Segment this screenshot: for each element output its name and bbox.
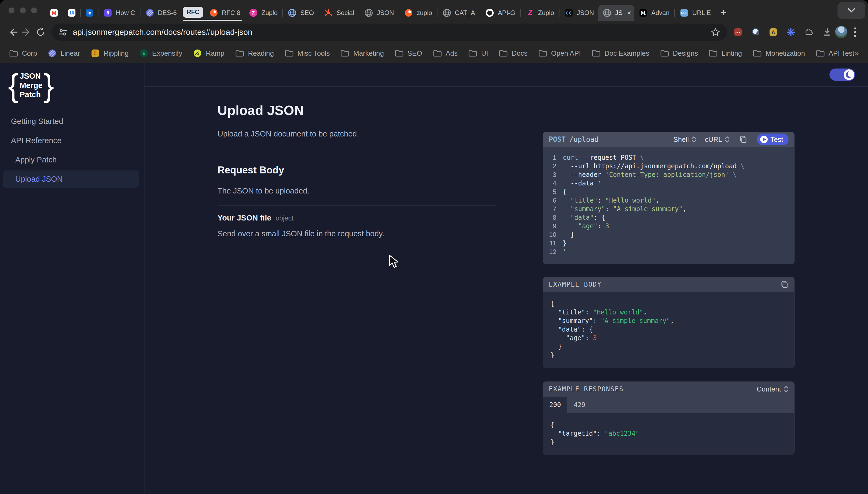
browser-tab[interactable]: Social [320, 5, 358, 21]
browser-tab[interactable]: RFC 8 [205, 5, 245, 21]
browser-tab[interactable]: API-G [481, 5, 519, 21]
tab-group-label[interactable]: RFC [183, 7, 204, 18]
bookmark-item[interactable]: EExpensify [139, 49, 182, 58]
window-controls[interactable] [5, 0, 46, 21]
bookmark-item[interactable]: Docs [499, 49, 527, 58]
tab-label: How C [116, 9, 135, 17]
reload-button[interactable] [34, 25, 47, 39]
tab-label: JSON [577, 9, 594, 17]
response-code-block[interactable]: { "targetId": "abc1234"} [543, 413, 794, 455]
back-button[interactable] [6, 25, 20, 39]
bookmark-label: Open API [551, 49, 581, 58]
site-settings-icon[interactable] [58, 27, 67, 37]
language-select[interactable]: Shell [673, 135, 696, 144]
copy-example-body-button[interactable] [780, 281, 789, 288]
minimize-window-icon[interactable] [20, 7, 26, 13]
url-text[interactable]: api.jsonmergepatch.com/docs/routes#uploa… [73, 27, 711, 37]
bookmark-item[interactable]: Corp [9, 49, 37, 58]
test-button[interactable]: Test [757, 134, 789, 145]
browser-menu-button[interactable] [848, 25, 862, 39]
bookmarks-overflow-button[interactable]: » [854, 49, 859, 58]
sidebar-item-api-reference[interactable]: API Reference [3, 132, 139, 149]
tab-separator [140, 9, 140, 17]
browser-tab[interactable]: in [81, 5, 97, 21]
browser-tab[interactable]: 16 [64, 5, 80, 21]
browser-tab[interactable]: M [46, 5, 62, 21]
example-body-code-block[interactable]: { "title": "Hello world", "summary": "A … [543, 292, 794, 368]
bookmark-item[interactable]: Designs [660, 49, 698, 58]
close-window-icon[interactable] [8, 7, 15, 13]
status-tab-429[interactable]: 429 [567, 397, 592, 413]
tab-close-icon[interactable]: × [627, 10, 631, 16]
bookmark-item[interactable]: UI [468, 49, 488, 58]
browser-tab[interactable]: DES-6 [141, 5, 181, 21]
bookmark-item[interactable]: SEO [395, 49, 422, 58]
json-merge-patch-logo[interactable]: { JSON Merge Patch } [8, 71, 144, 99]
browser-tab[interactable]: CAT_A [438, 5, 480, 21]
browser-tab[interactable]: SEO [283, 5, 318, 21]
extension-ring-lock[interactable] [749, 25, 763, 39]
code-line: } [551, 438, 787, 446]
extension-gold-a[interactable]: Λ [766, 25, 780, 39]
bookmark-item[interactable]: Misc Tools [285, 49, 330, 58]
bookmark-item[interactable]: Marketing [340, 49, 384, 58]
downloads-button[interactable] [821, 25, 834, 39]
browser-tab[interactable]: URLURL E [675, 5, 715, 21]
globe-icon [442, 8, 451, 17]
browser-tab[interactable]: MAdvan [634, 5, 674, 21]
browser-tab-active[interactable]: JS× [598, 5, 634, 21]
content-select[interactable]: Content [757, 385, 789, 393]
bookmark-item[interactable]: API Testing [816, 49, 855, 58]
sidebar-item-getting-started[interactable]: Getting Started [3, 113, 139, 130]
dark-mode-toggle[interactable] [829, 69, 855, 81]
bookmark-item[interactable]: Open API [538, 49, 581, 58]
field-row: Your JSON file object [217, 213, 532, 222]
extension-blue-burst[interactable] [784, 25, 798, 39]
bookmark-item[interactable]: Linting [709, 49, 742, 58]
profile-avatar[interactable] [834, 25, 848, 39]
client-select[interactable]: cURL [705, 135, 730, 144]
svg-text:M: M [641, 10, 646, 16]
forward-button[interactable] [20, 25, 34, 39]
example-body-header: EXAMPLE BODY [543, 277, 794, 292]
kebab-menu-icon [854, 27, 856, 37]
tab-label: DES-6 [158, 9, 177, 17]
copy-code-button[interactable] [739, 135, 747, 144]
browser-tab[interactable]: zuplo [400, 5, 436, 21]
bookmark-item[interactable]: ⠿Rippling [91, 49, 129, 58]
browser-tab[interactable]: ZZuplo [521, 5, 558, 21]
extension-puzzle[interactable] [802, 25, 815, 39]
bookmark-item[interactable]: Linear [47, 49, 80, 58]
bookmark-label: Monetization [766, 49, 805, 58]
sidebar-item-apply-patch[interactable]: Apply Patch [3, 151, 139, 168]
browser-tab[interactable]: JSON [360, 5, 398, 21]
bookmark-item[interactable]: Reading [235, 49, 274, 58]
status-code-tabs: 200429 [543, 397, 794, 413]
google-calendar-icon: 16 [67, 8, 76, 17]
sidebar-item-upload-json[interactable]: Upload JSON [3, 170, 139, 188]
bookmark-label: Linear [60, 49, 80, 58]
bookmark-star-icon[interactable] [711, 27, 720, 37]
bookmark-label: Marketing [353, 49, 384, 58]
bookmark-item[interactable]: Ads [433, 49, 458, 58]
address-bar[interactable]: api.jsonmergepatch.com/docs/routes#uploa… [51, 23, 727, 41]
tab-search-button[interactable] [837, 2, 865, 19]
section-title: Request Body [217, 165, 532, 176]
docs-content: Upload JSON Upload a JSON document to be… [144, 87, 868, 494]
browser-tab[interactable]: ZZuplo [245, 5, 282, 21]
bookmark-item[interactable]: Ramp [193, 49, 224, 58]
code-line: 10 } [543, 230, 794, 239]
request-code-block[interactable]: 1curl --request POST \2 --url https://ap… [543, 147, 794, 264]
browser-tab[interactable]: 8How C [99, 5, 139, 21]
bookmark-item[interactable]: Doc Examples [592, 49, 650, 58]
tab-label: Advan [651, 9, 670, 17]
bookmarks-list: CorpLinear⠿RipplingEExpensifyRampReading… [9, 49, 854, 58]
browser-tab[interactable]: {J}JSON [560, 5, 598, 21]
tab-label: Zuplo [262, 9, 277, 17]
status-tab-200[interactable]: 200 [543, 397, 567, 413]
maximize-window-icon[interactable] [31, 7, 37, 13]
extension-password-red-dots[interactable]: ··· [731, 25, 745, 39]
tab-label: SEO [300, 9, 314, 17]
new-tab-button[interactable]: + [715, 7, 732, 18]
bookmark-item[interactable]: Monetization [753, 49, 805, 58]
